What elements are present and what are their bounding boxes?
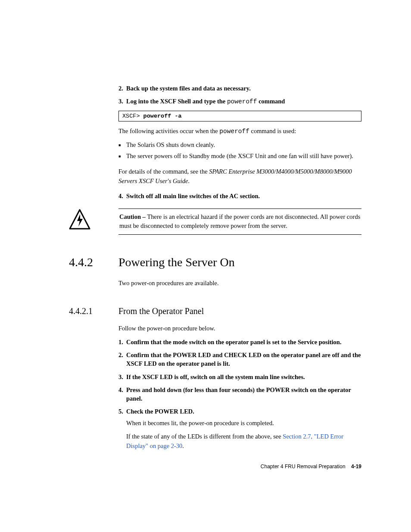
step-text: Back up the system files and data as nec… (126, 84, 361, 93)
paragraph: Two power-on procedures are available. (118, 279, 361, 288)
bullet-marker-icon: ■ (118, 152, 126, 161)
caution-block: Caution – There is an electrical hazard … (69, 208, 361, 235)
step-text: If the XSCF LED is off, switch on all th… (126, 373, 361, 381)
para-post: command is used: (249, 128, 296, 134)
step-text: Confirm that the POWER LED and CHECK LED… (126, 351, 361, 368)
prompt: XSCF> (122, 113, 143, 119)
step-number: 5. (118, 407, 126, 416)
caution-text: There is an electrical hazard if the pow… (119, 213, 360, 230)
code-box: XSCF> poweroff -a (118, 111, 361, 121)
step-body: When it becomes lit, the power-on proced… (126, 419, 361, 428)
paragraph: For details of the command, see the SPAR… (118, 167, 361, 186)
step-text: Log into the XSCF Shell and type the pow… (126, 97, 361, 106)
code-inline: poweroff (227, 98, 257, 105)
page-footer: Chapter 4 FRU Removal Preparation 4-19 (261, 464, 361, 470)
para-post: . (188, 177, 190, 184)
caution-text-box: Caution – There is an electrical hazard … (118, 208, 361, 235)
step-text: Switch off all main line switches of the… (126, 192, 361, 200)
bullet-item: ■ The Solaris OS shuts down cleanly. (118, 140, 361, 150)
step-text: Confirm that the mode switch on the oper… (126, 338, 361, 346)
bullet-marker-icon: ■ (118, 140, 126, 150)
subsection-number: 4.4.2.1 (69, 306, 118, 316)
chapter-label: Chapter 4 FRU Removal Preparation (261, 464, 346, 470)
body-post: . (182, 442, 184, 449)
step-3: 3. If the XSCF LED is off, switch on all… (118, 373, 361, 381)
subsection-heading: 4.4.2.1 From the Operator Panel (69, 306, 361, 316)
page-number: 4-19 (351, 464, 361, 470)
step-text: Check the POWER LED. (126, 407, 361, 416)
subsection-title: From the Operator Panel (118, 306, 204, 316)
section-heading: 4.4.2 Powering the Server On (69, 255, 361, 269)
electrical-hazard-icon (69, 208, 90, 230)
bullet-item: ■ The server powers off to Standby mode … (118, 152, 361, 161)
paragraph: Follow the power-on procedure below. (118, 324, 361, 333)
command: poweroff -a (143, 113, 182, 119)
para-pre: For details of the command, see the (118, 168, 209, 175)
body-pre: If the state of any of the LEDs is diffe… (126, 433, 283, 440)
para-pre: The following activities occur when the (118, 128, 219, 134)
step-suffix: command (257, 98, 285, 105)
paragraph: The following activities occur when the … (118, 127, 361, 137)
code-inline: poweroff (219, 128, 249, 135)
step-2: 2. Back up the system files and data as … (118, 84, 361, 93)
caution-label: Caution – (119, 213, 147, 220)
step-1: 1. Confirm that the mode switch on the o… (118, 338, 361, 346)
step-number: 2. (118, 351, 126, 368)
step-number: 1. (118, 338, 126, 346)
step-number: 3. (118, 373, 126, 381)
step-number: 2. (118, 84, 126, 93)
step-4: 4. Press and hold down (for less than fo… (118, 386, 361, 403)
bullet-text: The server powers off to Standby mode (t… (126, 152, 361, 161)
step-4: 4. Switch off all main line switches of … (118, 192, 361, 200)
step-number: 3. (118, 97, 126, 106)
step-3: 3. Log into the XSCF Shell and type the … (118, 97, 361, 106)
step-prefix: Log into the XSCF Shell and type the (126, 98, 227, 105)
step-2: 2. Confirm that the POWER LED and CHECK … (118, 351, 361, 368)
section-number: 4.4.2 (69, 255, 118, 269)
step-number: 4. (118, 192, 126, 200)
step-text: Press and hold down (for less than four … (126, 386, 361, 403)
step-body: If the state of any of the LEDs is diffe… (126, 432, 361, 451)
bullet-text: The Solaris OS shuts down cleanly. (126, 140, 361, 150)
section-title: Powering the Server On (118, 255, 235, 269)
step-5: 5. Check the POWER LED. (118, 407, 361, 416)
step-number: 4. (118, 386, 126, 403)
